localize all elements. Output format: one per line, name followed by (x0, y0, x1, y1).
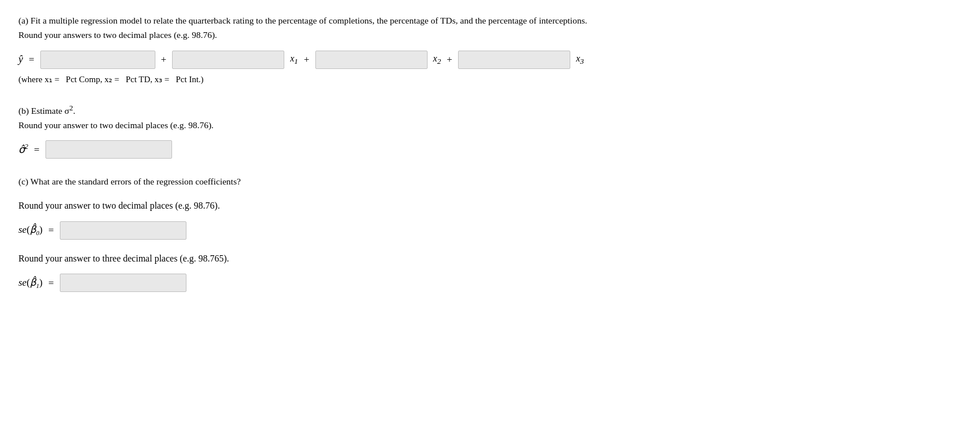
plus-sign-2: + (304, 52, 310, 67)
regression-equation-line: ŷ = + x1 + x2 + x3 (18, 51, 962, 69)
sigma-hat-sq-symbol: σ̂2 (18, 141, 28, 158)
part-b-section: (b) Estimate σ2. Round your answer to tw… (18, 102, 962, 159)
equals-sign-b: = (34, 142, 40, 157)
x2-coefficient-input[interactable] (315, 51, 428, 69)
equals-sign-a: = (29, 52, 35, 67)
se-beta0-input[interactable] (60, 221, 186, 240)
x2-label: x2 (433, 51, 441, 68)
sigma-sq-input[interactable] (45, 140, 172, 159)
se-beta0-symbol: se(β̂0) (18, 222, 43, 239)
part-a-section: (a) Fit a multiple regression model to r… (18, 14, 962, 86)
equals-sign-c0: = (48, 222, 54, 238)
se-beta0-line: se(β̂0) = (18, 221, 962, 240)
part-a-question: (a) Fit a multiple regression model to r… (18, 14, 962, 43)
x1-coefficient-input[interactable] (172, 51, 284, 69)
part-c-question: (c) What are the standard errors of the … (18, 175, 962, 189)
se-beta1-input[interactable] (60, 274, 186, 292)
plus-sign-3: + (447, 52, 452, 67)
x1-label: x1 (290, 51, 298, 68)
intercept-input[interactable] (40, 51, 155, 69)
se-beta1-symbol: se(β̂1) (18, 275, 43, 291)
equals-sign-c1: = (48, 275, 54, 291)
round-2-label: Round your answer to two decimal places … (18, 198, 962, 213)
part-b-question: (b) Estimate σ2. Round your answer to tw… (18, 102, 962, 133)
x3-coefficient-input[interactable] (458, 51, 570, 69)
part-b-label: (b) Estimate σ2. (18, 106, 75, 116)
se-beta1-line: se(β̂1) = (18, 274, 962, 292)
where-text: (where x₁ = Pct Comp, x₂ = Pct TD, x₃ = … (18, 72, 962, 86)
part-c-section: (c) What are the standard errors of the … (18, 175, 962, 292)
sigma-sq-line: σ̂2 = (18, 140, 962, 159)
yhat-symbol: ŷ (18, 51, 23, 68)
round-3-label: Round your answer to three decimal place… (18, 251, 962, 266)
plus-sign-1: + (161, 52, 167, 67)
x3-label: x3 (576, 51, 584, 68)
